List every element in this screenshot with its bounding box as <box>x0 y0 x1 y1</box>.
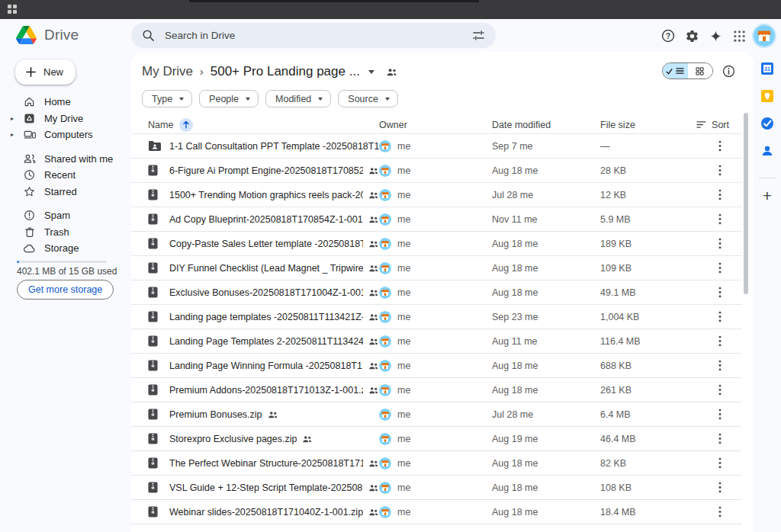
sidebar-item-home[interactable]: Home <box>0 94 131 111</box>
get-more-storage-button[interactable]: Get more storage <box>17 280 114 300</box>
file-row[interactable]: Storexpro Exclusive pages.zip me Aug 19 … <box>131 427 741 451</box>
app-header: Drive Search in Drive ? <box>0 19 781 52</box>
more-actions-icon[interactable] <box>711 186 729 204</box>
file-row[interactable]: Exclusive Bonuses-20250818T171004Z-1-001… <box>131 280 741 305</box>
file-list: 1-1 Call Consultation PPT Template -2025… <box>131 134 741 524</box>
owner-label: me <box>397 336 410 347</box>
account-avatar[interactable] <box>754 25 775 46</box>
breadcrumb-current-folder[interactable]: 500+ Pro Landing page ... <box>211 64 360 79</box>
sidebar-item-my-drive[interactable]: ▸ My Drive <box>0 111 131 127</box>
file-row[interactable]: Premium Addons-20250818T171013Z-1-001.zi… <box>131 378 741 402</box>
advanced-search-icon[interactable] <box>472 29 485 42</box>
file-row[interactable]: Webinar slides-20250818T171040Z-1-001.zi… <box>131 500 741 524</box>
file-row[interactable]: Landing page templates -20250811T113421Z… <box>131 305 741 329</box>
folder-shared-people-icon <box>386 67 398 77</box>
more-actions-icon[interactable] <box>711 308 729 326</box>
more-actions-icon[interactable] <box>711 210 729 229</box>
shared-people-icon <box>368 166 379 175</box>
file-row[interactable]: Copy-Paste Sales Letter template -202508… <box>131 232 741 256</box>
file-row[interactable]: Premium Bonuses.zip me Jul 28 me 6.4 MB <box>131 402 741 427</box>
search-bar[interactable]: Search in Drive <box>131 23 496 48</box>
sidebar-item-trash[interactable]: Trash <box>0 224 131 241</box>
more-actions-icon[interactable] <box>711 235 729 253</box>
file-row[interactable]: Landing Page Templates 2-20250811T113424… <box>131 329 741 354</box>
gemini-sparkle-icon[interactable] <box>706 27 725 45</box>
file-row[interactable]: Landing Page Winning Formula -20250818T1… <box>131 354 741 378</box>
new-button[interactable]: New <box>15 59 76 85</box>
layout-toggle[interactable] <box>662 62 713 79</box>
file-size: 189 KB <box>600 239 692 249</box>
zip-file-icon <box>148 311 158 322</box>
more-actions-icon[interactable] <box>711 454 729 473</box>
column-file-size[interactable]: File size <box>600 120 692 130</box>
file-type-icon-cell <box>148 335 169 347</box>
more-actions-icon[interactable] <box>711 479 729 497</box>
column-owner[interactable]: Owner <box>379 120 492 130</box>
filter-people-chip[interactable]: People <box>199 90 259 107</box>
file-row[interactable]: Ad Copy Blueprint-20250818T170854Z-1-001… <box>131 207 741 232</box>
window-grid-icon[interactable] <box>8 5 18 14</box>
file-name: 1-1 Call Consultation PPT Template -2025… <box>169 141 379 152</box>
file-row[interactable]: DIY Funnel Checklist (Lead Magnet _ Trip… <box>131 256 741 280</box>
breadcrumb-my-drive[interactable]: My Drive <box>142 64 193 79</box>
more-actions-icon[interactable] <box>711 503 729 521</box>
shared-people-icon <box>368 288 379 297</box>
zip-file-icon <box>148 457 158 469</box>
owner-avatar <box>379 213 391 226</box>
file-row[interactable]: 1500+ Trending Motion graphics reels pac… <box>131 183 741 207</box>
calendar-app-icon[interactable]: 31 <box>760 62 774 75</box>
contacts-app-icon[interactable] <box>760 144 774 158</box>
filter-modified-chip[interactable]: Modified <box>265 90 331 107</box>
settings-gear-icon[interactable] <box>683 27 701 45</box>
plus-icon <box>25 66 37 78</box>
owner-avatar <box>379 457 391 470</box>
more-actions-icon[interactable] <box>711 357 729 375</box>
zip-file-icon <box>148 262 158 274</box>
filter-source-chip[interactable]: Source <box>338 90 398 107</box>
more-actions-icon[interactable] <box>711 332 729 351</box>
file-type-icon-cell <box>148 457 169 469</box>
sidebar-item-recent[interactable]: Recent <box>0 167 131 184</box>
filter-type-chip[interactable]: Type <box>142 90 192 107</box>
sidebar-item-starred[interactable]: Starred <box>0 184 131 200</box>
details-info-icon[interactable] <box>719 62 738 80</box>
drive-logo[interactable]: Drive <box>16 26 79 44</box>
expand-caret-icon[interactable]: ▸ <box>11 115 17 122</box>
file-row[interactable]: VSL Guide + 12-Step Script Template-2025… <box>131 476 741 500</box>
file-table: Name Owner Date modified File size Sort … <box>131 116 741 524</box>
more-actions-icon[interactable] <box>711 405 729 424</box>
star-icon <box>23 186 36 197</box>
sort-ascending-icon[interactable] <box>179 118 193 132</box>
get-add-ons-icon[interactable]: + <box>763 187 772 204</box>
expand-caret-icon[interactable]: ▸ <box>11 131 17 138</box>
more-actions-icon[interactable] <box>711 137 729 155</box>
google-apps-grid-icon[interactable] <box>730 27 748 45</box>
help-icon[interactable]: ? <box>659 27 677 45</box>
tasks-app-icon[interactable] <box>760 117 774 130</box>
keep-app-icon[interactable] <box>760 89 774 103</box>
column-date-modified[interactable]: Date modified <box>492 120 600 130</box>
sidebar-item-computers[interactable]: ▸ Computers <box>0 127 131 143</box>
column-name[interactable]: Name <box>148 120 173 130</box>
list-view-button[interactable] <box>663 63 688 79</box>
zip-file-icon <box>148 165 158 176</box>
sort-button[interactable]: Sort <box>692 120 729 130</box>
sidebar-item-storage[interactable]: Storage <box>0 240 131 257</box>
more-actions-icon[interactable] <box>711 430 729 448</box>
file-row[interactable]: 6-Figure Ai Prompt Engine-20250818T17085… <box>131 159 741 183</box>
file-row[interactable]: The Perfect Webinar Structure-20250818T1… <box>131 451 741 476</box>
more-actions-icon[interactable] <box>711 259 729 277</box>
more-actions-icon[interactable] <box>711 284 729 302</box>
sidebar-item-spam[interactable]: Spam <box>0 207 131 224</box>
file-row[interactable]: 1-1 Call Consultation PPT Template -2025… <box>131 134 741 159</box>
folder-menu-caret-icon[interactable] <box>368 70 374 74</box>
grid-view-button[interactable] <box>688 63 713 79</box>
more-actions-icon[interactable] <box>711 381 729 399</box>
file-name: The Perfect Webinar Structure-20250818T1… <box>169 458 363 469</box>
file-name: Exclusive Bonuses-20250818T171004Z-1-001… <box>169 287 363 298</box>
search-input[interactable]: Search in Drive <box>165 30 462 41</box>
more-actions-icon[interactable] <box>711 162 729 180</box>
sidebar-item-shared-with-me[interactable]: Shared with me <box>0 151 131 168</box>
list-scrollbar[interactable] <box>744 113 748 294</box>
sidebar-nav: Home ▸ My Drive ▸ Computers Shared with … <box>0 94 131 257</box>
